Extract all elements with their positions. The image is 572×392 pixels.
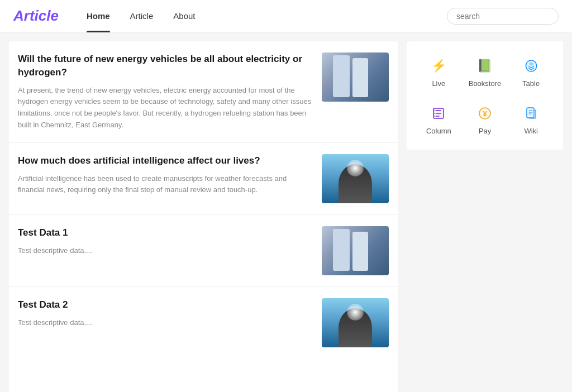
article-title: Test Data 2 bbox=[18, 298, 313, 312]
nav-home[interactable]: Home bbox=[77, 0, 120, 32]
article-text: How much does artificial intelligence af… bbox=[18, 154, 313, 196]
page-layout: Will the future of new energy vehicles b… bbox=[0, 32, 572, 392]
article-image-ev bbox=[322, 52, 389, 102]
article-desc: Test descriptive data.... bbox=[18, 317, 313, 329]
sidebar-grid: ⚡ Live 📗 Bookstore bbox=[418, 52, 552, 138]
article-item[interactable]: How much does artificial intelligence af… bbox=[9, 143, 398, 215]
bookstore-icon: 📗 bbox=[475, 56, 495, 76]
article-title: How much does artificial intelligence af… bbox=[18, 154, 313, 168]
sidebar-item-label-live: Live bbox=[432, 79, 445, 88]
sidebar-item-label-column: Column bbox=[426, 127, 451, 135]
svg-rect-6 bbox=[527, 108, 534, 118]
sidebar-item-wiki[interactable]: Wiki bbox=[510, 100, 552, 138]
article-text: Test Data 2 Test descriptive data.... bbox=[18, 298, 313, 329]
article-image-ai bbox=[322, 154, 389, 203]
table-icon bbox=[521, 56, 541, 76]
article-title: Test Data 1 bbox=[18, 226, 313, 240]
article-item[interactable]: Test Data 2 Test descriptive data.... bbox=[9, 287, 398, 358]
article-desc: Test descriptive data.... bbox=[18, 245, 313, 257]
main-content: Will the future of new energy vehicles b… bbox=[9, 41, 398, 392]
nav-about[interactable]: About bbox=[163, 0, 205, 32]
sidebar-item-label-table: Table bbox=[522, 79, 540, 88]
sidebar-item-label-wiki: Wiki bbox=[524, 127, 538, 135]
article-title: Will the future of new energy vehicles b… bbox=[18, 52, 313, 79]
svg-point-2 bbox=[435, 113, 436, 114]
article-desc: At present, the trend of new energy vehi… bbox=[18, 85, 313, 131]
live-icon: ⚡ bbox=[428, 56, 449, 76]
svg-text:¥: ¥ bbox=[483, 109, 487, 118]
sidebar-item-table[interactable]: Table bbox=[510, 52, 552, 91]
sidebar-item-live[interactable]: ⚡ Live bbox=[418, 52, 460, 91]
sidebar-card: ⚡ Live 📗 Bookstore bbox=[407, 41, 563, 150]
svg-point-1 bbox=[435, 110, 436, 111]
article-item[interactable]: Will the future of new energy vehicles b… bbox=[9, 41, 398, 143]
sidebar-item-bookstore[interactable]: 📗 Bookstore bbox=[464, 52, 506, 91]
svg-point-3 bbox=[435, 116, 436, 117]
sidebar-item-pay[interactable]: ¥ Pay bbox=[464, 100, 506, 138]
article-thumbnail bbox=[322, 154, 389, 203]
article-item[interactable]: Test Data 1 Test descriptive data.... bbox=[9, 215, 398, 287]
sidebar-item-column[interactable]: Column bbox=[418, 100, 460, 138]
header: Article Home Article About bbox=[0, 0, 572, 32]
article-image-ev bbox=[322, 226, 389, 275]
article-text: Test Data 1 Test descriptive data.... bbox=[18, 226, 313, 257]
logo[interactable]: Article bbox=[13, 7, 59, 25]
article-thumbnail bbox=[322, 226, 389, 275]
sidebar: ⚡ Live 📗 Bookstore bbox=[407, 41, 563, 392]
sidebar-item-label-pay: Pay bbox=[479, 127, 491, 135]
column-icon bbox=[428, 103, 449, 123]
article-image-ai bbox=[322, 298, 389, 347]
article-thumbnail bbox=[322, 52, 389, 102]
article-list: Will the future of new energy vehicles b… bbox=[9, 41, 398, 358]
pay-icon: ¥ bbox=[475, 103, 495, 123]
main-nav: Home Article About bbox=[77, 0, 447, 32]
article-thumbnail bbox=[322, 298, 389, 347]
nav-article[interactable]: Article bbox=[120, 0, 164, 32]
search-input[interactable] bbox=[447, 8, 559, 25]
article-desc: Artificial intelligence has been used to… bbox=[18, 173, 313, 197]
article-text: Will the future of new energy vehicles b… bbox=[18, 52, 313, 131]
sidebar-item-label-bookstore: Bookstore bbox=[469, 79, 502, 88]
wiki-icon bbox=[521, 103, 541, 123]
